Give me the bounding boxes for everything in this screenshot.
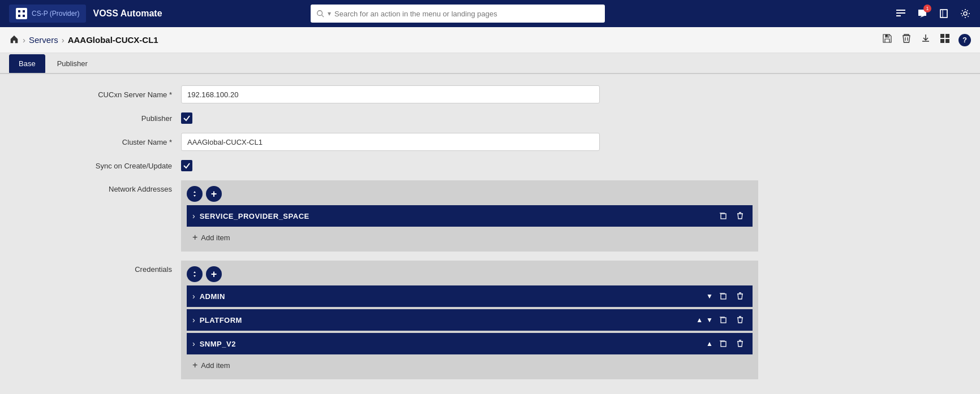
- download-button[interactable]: [920, 33, 931, 47]
- credentials-item-snmp-copy[interactable]: [716, 337, 730, 350]
- field-sync: Sync on Create/Update: [23, 160, 957, 171]
- network-addresses-add-label: Add item: [201, 233, 230, 242]
- grid-button[interactable]: [939, 33, 951, 47]
- breadcrumb-sep-2: ›: [62, 35, 65, 45]
- network-addresses-add-item[interactable]: + Add item: [187, 229, 753, 246]
- credentials-item-snmp-delete[interactable]: [733, 337, 747, 350]
- network-addresses-item-1-copy[interactable]: [716, 209, 730, 223]
- breadcrumb-bar: › Servers › AAAGlobal-CUCX-CL1 ?: [0, 27, 980, 53]
- breadcrumb-servers[interactable]: Servers: [29, 35, 58, 45]
- chat-icon-btn[interactable]: 1: [917, 8, 928, 19]
- input-cluster-name[interactable]: [181, 133, 600, 151]
- credentials-list: + › ADMIN ▼: [181, 261, 758, 379]
- network-addresses-reorder-btn[interactable]: [187, 186, 203, 202]
- network-addresses-item-1-label: SERVICE_PROVIDER_SPACE: [200, 212, 310, 220]
- credentials-item-snmp-actions: ▲: [706, 337, 747, 350]
- delete-button[interactable]: [901, 33, 912, 47]
- credentials-reorder-btn[interactable]: [187, 266, 203, 282]
- label-credentials: Credentials: [23, 261, 181, 274]
- book-icon-btn[interactable]: [938, 8, 949, 19]
- network-addresses-item-1-expand[interactable]: ›: [192, 211, 195, 220]
- svg-rect-1: [18, 15, 20, 17]
- credentials-item-snmp-expand[interactable]: ›: [192, 339, 195, 348]
- credentials-add-icon: +: [192, 360, 197, 370]
- label-publisher: Publisher: [23, 114, 181, 123]
- svg-rect-17: [721, 294, 726, 299]
- network-addresses-list: + › SERVICE_PROVIDER_SPACE: [181, 180, 758, 252]
- svg-point-10: [964, 12, 967, 15]
- help-button[interactable]: ?: [958, 34, 971, 46]
- tab-publisher[interactable]: Publisher: [48, 54, 97, 73]
- credentials-item-admin-expand[interactable]: ›: [192, 292, 195, 301]
- save-button[interactable]: [882, 33, 893, 47]
- checkbox-sync[interactable]: [181, 160, 192, 171]
- credentials-add-label: Add item: [201, 361, 230, 370]
- network-addresses-item-1-actions: [716, 209, 747, 223]
- svg-rect-9: [940, 10, 947, 18]
- svg-rect-6: [896, 10, 905, 11]
- credentials-add-item[interactable]: + Add item: [187, 357, 753, 374]
- network-addresses-add-btn[interactable]: +: [206, 186, 222, 202]
- tabs-bar: Base Publisher: [0, 54, 980, 74]
- tab-base[interactable]: Base: [9, 54, 45, 73]
- search-input[interactable]: [334, 10, 599, 18]
- brand-logo[interactable]: CS-P (Provider): [9, 5, 86, 23]
- svg-line-5: [322, 15, 324, 18]
- svg-rect-2: [23, 10, 25, 12]
- svg-rect-13: [945, 34, 949, 38]
- credentials-item-platform-copy[interactable]: [716, 313, 730, 327]
- field-cucxn-server-name: CUCxn Server Name *: [23, 85, 957, 103]
- field-cluster-name: Cluster Name *: [23, 133, 957, 151]
- svg-rect-19: [721, 341, 726, 347]
- gear-icon-btn[interactable]: [960, 8, 971, 19]
- label-sync: Sync on Create/Update: [23, 162, 181, 170]
- credentials-add-btn[interactable]: +: [206, 266, 222, 282]
- top-nav: CS-P (Provider) VOSS Automate ▾ 1: [0, 0, 980, 27]
- credentials-item-platform-actions: ▲ ▼: [696, 313, 747, 327]
- app-name: VOSS Automate: [93, 8, 162, 19]
- list-icon-btn[interactable]: [895, 8, 906, 19]
- svg-rect-3: [23, 15, 25, 17]
- checkbox-publisher-wrapper: [181, 112, 600, 124]
- checkbox-sync-wrapper: [181, 160, 600, 171]
- search-bar[interactable]: ▾: [311, 5, 605, 23]
- svg-rect-12: [940, 34, 944, 38]
- credentials-item-admin: › ADMIN ▼: [187, 285, 753, 307]
- svg-rect-14: [940, 39, 944, 43]
- home-icon[interactable]: [9, 34, 19, 46]
- credentials-item-platform-up[interactable]: ▲: [696, 316, 703, 324]
- field-publisher: Publisher: [23, 112, 957, 124]
- credentials-item-admin-down[interactable]: ▼: [706, 292, 713, 300]
- svg-rect-8: [896, 15, 901, 16]
- svg-rect-15: [945, 39, 949, 43]
- credentials-item-platform-delete[interactable]: [733, 313, 747, 327]
- network-addresses-item-1-delete[interactable]: [733, 209, 747, 223]
- breadcrumb-current: AAAGlobal-CUCX-CL1: [68, 35, 158, 45]
- svg-rect-0: [18, 10, 20, 12]
- breadcrumb: › Servers › AAAGlobal-CUCX-CL1: [9, 34, 158, 46]
- credentials-item-platform-down[interactable]: ▼: [706, 316, 713, 324]
- credentials-item-admin-delete[interactable]: [733, 289, 747, 303]
- credentials-item-snmp-label: SNMP_V2: [200, 340, 236, 348]
- label-cluster-name: Cluster Name *: [23, 138, 181, 146]
- brand-name: CS-P (Provider): [32, 10, 79, 18]
- credentials-item-platform-expand[interactable]: ›: [192, 315, 195, 324]
- svg-rect-11: [886, 34, 888, 37]
- input-cucxn-server-name[interactable]: [181, 85, 600, 103]
- search-dropdown[interactable]: ▾: [328, 10, 331, 18]
- network-addresses-add-icon: +: [192, 232, 197, 243]
- svg-rect-18: [721, 318, 726, 323]
- credentials-item-snmp-up[interactable]: ▲: [706, 340, 713, 348]
- label-cucxn-server-name: CUCxn Server Name *: [23, 90, 181, 99]
- checkbox-publisher[interactable]: [181, 112, 192, 124]
- breadcrumb-sep-1: ›: [23, 35, 25, 45]
- field-network-addresses: Network Addresses + › SERVICE_PROVIDER_S…: [23, 180, 957, 252]
- credentials-item-admin-copy[interactable]: [716, 289, 730, 303]
- network-addresses-item-1: › SERVICE_PROVIDER_SPACE: [187, 205, 753, 227]
- label-network-addresses: Network Addresses: [23, 180, 181, 193]
- network-addresses-toolbar: +: [187, 186, 753, 202]
- credentials-item-platform: › PLATFORM ▲ ▼: [187, 309, 753, 331]
- main-content: CUCxn Server Name * Publisher Cluster Na…: [0, 74, 980, 394]
- svg-point-4: [317, 11, 323, 16]
- notification-badge: 1: [923, 5, 931, 12]
